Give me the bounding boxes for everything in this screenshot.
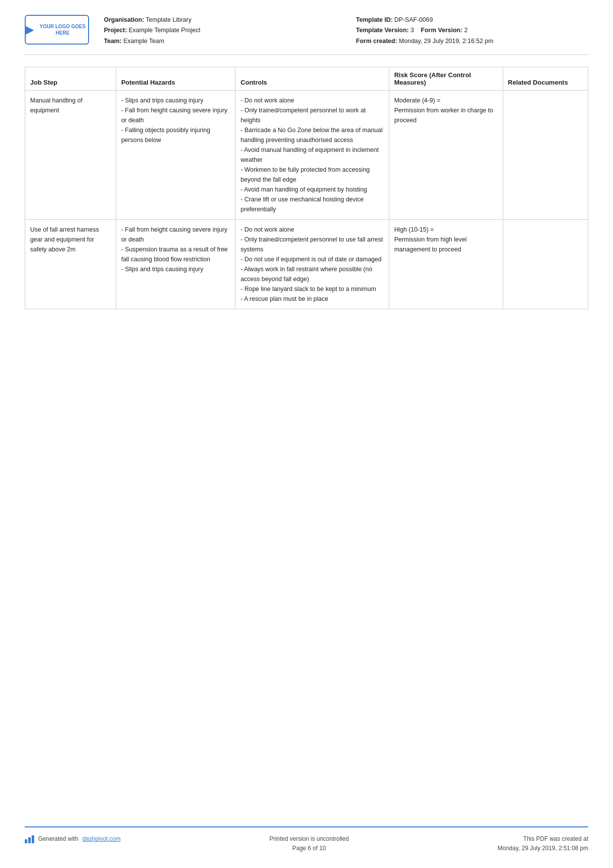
version-line: Template Version: 3 Form Version: 2: [356, 25, 589, 36]
footer-center-line2: Page 6 of 10: [269, 844, 349, 853]
project-label: Project:: [104, 27, 127, 34]
cell-related-docs-0: [503, 90, 588, 219]
bar3: [32, 835, 34, 843]
col-header-related-docs: Related Documents: [503, 67, 588, 90]
template-id-line: Template ID: DP-SAF-0069: [356, 15, 589, 25]
template-version-label: Template Version:: [356, 27, 409, 34]
footer: Generated with dashpivot.com Printed ver…: [25, 826, 588, 853]
cell-hazards-0: - Slips and trips causing injury - Fall …: [116, 90, 235, 219]
footer-left: Generated with dashpivot.com: [25, 834, 121, 843]
template-id-label: Template ID:: [356, 16, 393, 23]
footer-right: This PDF was created at Monday, 29 July …: [498, 834, 588, 853]
cell-related-docs-1: [503, 219, 588, 309]
team-label: Team:: [104, 38, 122, 45]
footer-right-line2: Monday, 29 July 2019, 2:51:08 pm: [498, 844, 588, 853]
footer-center: Printed version is uncontrolled Page 6 o…: [269, 834, 349, 853]
cell-risk-score-0: Moderate (4-9) = Permission from worker …: [389, 90, 503, 219]
cell-controls-1: - Do not work alone - Only trained/compe…: [236, 219, 389, 309]
form-version-value: 2: [464, 27, 468, 34]
bar1: [25, 839, 27, 843]
bar2: [28, 837, 31, 843]
dashpivot-link[interactable]: dashpivot.com: [82, 835, 120, 842]
col-header-potential-hazards: Potential Hazards: [116, 67, 235, 90]
table-row: Use of fall arrest harness gear and equi…: [25, 219, 588, 309]
template-id-value: DP-SAF-0069: [394, 16, 433, 23]
logo-icon: ▶: [26, 23, 34, 36]
header-col-right: Template ID: DP-SAF-0069 Template Versio…: [356, 15, 589, 47]
footer-bars-icon: [25, 834, 34, 843]
logo-box: ▶ YOUR LOGO GOES HERE: [25, 15, 89, 45]
table-row: Manual handling of equipment- Slips and …: [25, 90, 588, 219]
generated-text: Generated with: [38, 835, 78, 842]
template-version-value: 3: [411, 27, 414, 34]
cell-hazards-1: - Fall from height causing severe injury…: [116, 219, 235, 309]
cell-job-step-0: Manual handling of equipment: [25, 90, 116, 219]
cell-job-step-1: Use of fall arrest harness gear and equi…: [25, 219, 116, 309]
form-created-label: Form created:: [356, 38, 397, 45]
project-value: Example Template Project: [129, 27, 200, 34]
header: ▶ YOUR LOGO GOES HERE Organisation: Temp…: [25, 15, 588, 55]
form-created-line: Form created: Monday, 29 July 2019, 2:16…: [356, 36, 589, 47]
form-created-value: Monday, 29 July 2019, 2:16:52 pm: [399, 38, 493, 45]
col-header-job-step: Job Step: [25, 67, 116, 90]
risk-table: Job Step Potential Hazards Controls Risk…: [25, 67, 588, 309]
team-value: Example Team: [123, 38, 164, 45]
footer-center-line1: Printed version is uncontrolled: [269, 834, 349, 844]
org-label: Organisation:: [104, 16, 144, 23]
org-value: Template Library: [146, 16, 191, 23]
cell-risk-score-1: High (10-15) = Permission from high leve…: [389, 219, 503, 309]
cell-controls-0: - Do not work alone - Only trained/compe…: [236, 90, 389, 219]
col-header-controls: Controls: [236, 67, 389, 90]
header-col-left: Organisation: Template Library Project: …: [104, 15, 336, 47]
page: ▶ YOUR LOGO GOES HERE Organisation: Temp…: [0, 0, 613, 868]
footer-right-line1: This PDF was created at: [498, 834, 588, 844]
team-line: Team: Example Team: [104, 36, 336, 47]
header-meta: Organisation: Template Library Project: …: [104, 15, 588, 47]
table-header-row: Job Step Potential Hazards Controls Risk…: [25, 67, 588, 90]
org-line: Organisation: Template Library: [104, 15, 336, 25]
form-version-label: Form Version:: [421, 27, 463, 34]
col-header-risk-score: Risk Score (After Control Measures): [389, 67, 503, 90]
project-line: Project: Example Template Project: [104, 25, 336, 36]
logo-text: YOUR LOGO GOES HERE: [37, 23, 88, 36]
